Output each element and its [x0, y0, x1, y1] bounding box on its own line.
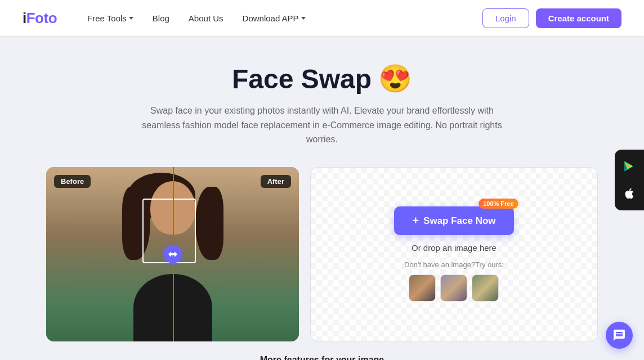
content-area: Before After	[46, 167, 598, 341]
nav-about[interactable]: About Us	[181, 9, 231, 28]
hero-title: Face Swap 😍	[232, 63, 412, 94]
upload-panel[interactable]: 100% Free + Swap Face Now Or drop an ima…	[310, 167, 598, 341]
apple-store-icon[interactable]	[619, 183, 639, 204]
before-label: Before	[54, 175, 91, 188]
sample-images	[409, 274, 499, 302]
after-label: After	[261, 175, 291, 188]
logo-i: i	[23, 10, 26, 26]
hair-side-right	[195, 187, 223, 260]
try-label: Don't have an image?Try ours:	[404, 260, 504, 269]
logo-foto: Foto	[26, 10, 57, 26]
navbar: iFoto Free Tools Blog About Us Download …	[0, 0, 644, 36]
bottom-text: More features for your image	[260, 355, 384, 360]
nav-blog[interactable]: Blog	[145, 9, 177, 28]
chevron-down-icon	[301, 17, 306, 20]
side-panel	[615, 150, 644, 210]
free-badge: 100% Free	[478, 199, 518, 209]
sample-image-2[interactable]	[440, 274, 467, 302]
hero-emoji: 😍	[378, 63, 412, 94]
try-section: Don't have an image?Try ours:	[404, 260, 504, 302]
nav-links: Free Tools Blog About Us Download APP	[79, 9, 482, 28]
nav-actions: Login Create account	[482, 8, 621, 28]
swap-button-wrapper: 100% Free + Swap Face Now	[394, 206, 513, 235]
nav-download[interactable]: Download APP	[235, 9, 314, 28]
before-after-panel: Before After	[46, 167, 299, 341]
main-content: Face Swap 😍 Swap face in your existing p…	[0, 36, 644, 360]
hero-subtitle: Swap face in your existing photos instan…	[131, 104, 513, 147]
login-button[interactable]: Login	[482, 8, 529, 28]
divider-handle[interactable]	[164, 245, 182, 263]
drop-text: Or drop an image here	[412, 243, 497, 253]
logo[interactable]: iFoto	[23, 10, 57, 27]
chat-icon	[612, 328, 626, 342]
swap-face-button[interactable]: + Swap Face Now	[394, 206, 513, 235]
nav-free-tools[interactable]: Free Tools	[79, 9, 141, 28]
create-account-button[interactable]: Create account	[536, 8, 621, 28]
google-play-icon[interactable]	[619, 156, 639, 177]
plus-icon: +	[412, 214, 419, 227]
sample-image-3[interactable]	[472, 274, 499, 302]
chat-button[interactable]	[606, 322, 633, 349]
sample-image-1[interactable]	[409, 274, 436, 302]
upload-content: 100% Free + Swap Face Now Or drop an ima…	[394, 206, 513, 302]
chevron-down-icon	[129, 17, 133, 20]
